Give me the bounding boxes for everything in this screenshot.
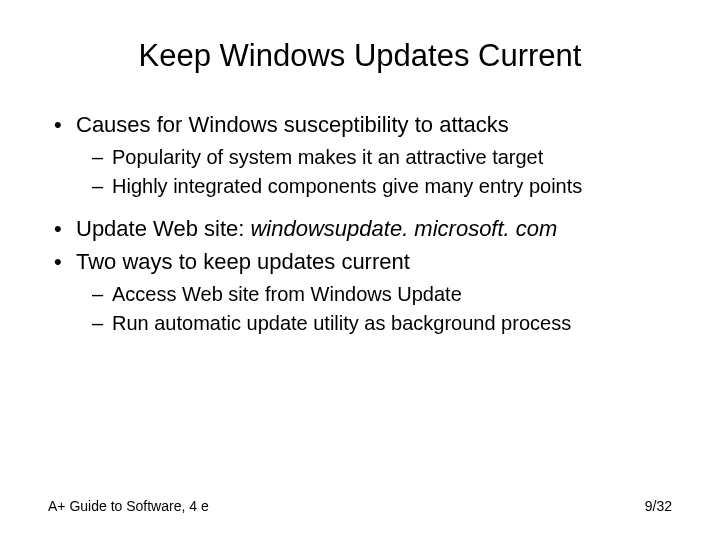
sub-bullet-integrated: Highly integrated components give many e… — [92, 173, 672, 200]
sub-bullet-text: Popularity of system makes it an attract… — [112, 146, 543, 168]
footer: A+ Guide to Software, 4 e 9/32 — [48, 498, 672, 514]
sub-bullet-text: Highly integrated components give many e… — [112, 175, 582, 197]
sub-bullet-automatic: Run automatic update utility as backgrou… — [92, 310, 672, 337]
bullet-causes: Causes for Windows susceptibility to att… — [54, 110, 672, 140]
footer-page-number: 9/32 — [645, 498, 672, 514]
bullet-text: Two ways to keep updates current — [76, 249, 410, 274]
slide-content: Causes for Windows susceptibility to att… — [48, 110, 672, 337]
sub-bullet-text: Access Web site from Windows Update — [112, 283, 462, 305]
slide: Keep Windows Updates Current Causes for … — [0, 0, 720, 540]
sub-bullet-popularity: Popularity of system makes it an attract… — [92, 144, 672, 171]
bullet-prefix: Update Web site: — [76, 216, 250, 241]
footer-left: A+ Guide to Software, 4 e — [48, 498, 209, 514]
sub-bullet-text: Run automatic update utility as backgrou… — [112, 312, 571, 334]
slide-title: Keep Windows Updates Current — [48, 38, 672, 74]
bullet-text: Causes for Windows susceptibility to att… — [76, 112, 509, 137]
sub-bullet-access-site: Access Web site from Windows Update — [92, 281, 672, 308]
update-url: windowsupdate. microsoft. com — [250, 216, 557, 241]
bullet-two-ways: Two ways to keep updates current — [54, 247, 672, 277]
bullet-update-site: Update Web site: windowsupdate. microsof… — [54, 214, 672, 244]
